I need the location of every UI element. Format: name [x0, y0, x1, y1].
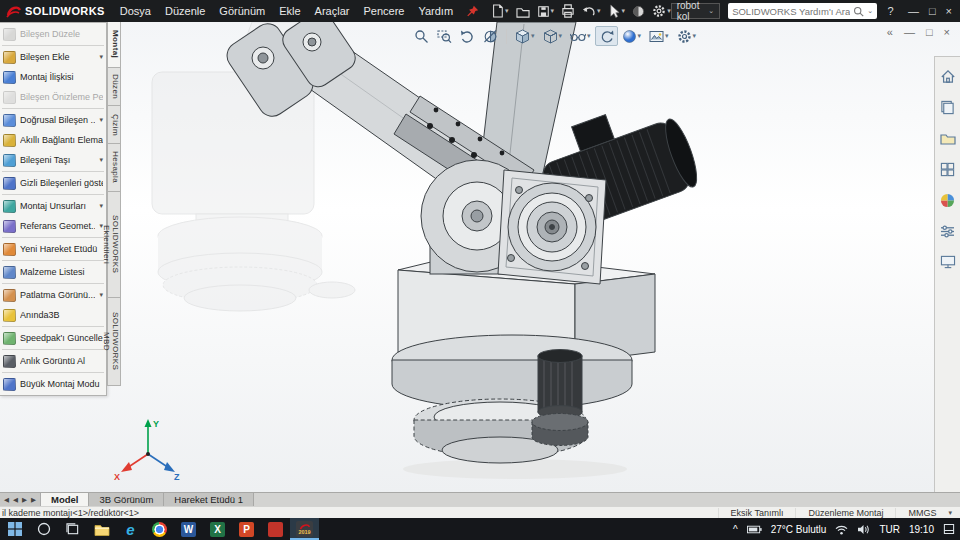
maximize-button[interactable]: □: [929, 5, 936, 17]
menu-araclar[interactable]: Araçlar: [308, 5, 357, 17]
caret-down-icon[interactable]: ▾: [99, 291, 103, 299]
edit-appearance-button[interactable]: ▾: [618, 26, 646, 46]
previous-view-button[interactable]: [456, 26, 479, 46]
tab-scroll-first-button[interactable]: ◀: [3, 496, 10, 504]
caret-down-icon[interactable]: ▾: [597, 7, 601, 15]
new-motion-study-button[interactable]: Yeni Hareket Etüdü: [0, 239, 106, 259]
tab-hesapla[interactable]: Hesapla: [107, 144, 121, 192]
edge-taskbar-icon[interactable]: e: [116, 518, 145, 540]
view-orientation-button[interactable]: ▾: [511, 26, 539, 46]
language-indicator[interactable]: TUR: [879, 524, 900, 535]
caret-down-icon[interactable]: ▾: [551, 7, 555, 15]
start-button[interactable]: [0, 518, 29, 540]
search-scope-combo[interactable]: robot kol ⌄: [671, 3, 721, 19]
save-button[interactable]: ▾: [537, 5, 555, 18]
take-snapshot-button[interactable]: Anlık Görüntü Al: [0, 351, 106, 371]
tray-expand-icon[interactable]: ^: [733, 524, 738, 535]
menu-ekle[interactable]: Ekle: [272, 5, 307, 17]
volume-icon[interactable]: [857, 524, 870, 535]
exploded-view-button[interactable]: Patlatma Görünü... ▾: [0, 285, 106, 305]
tab-scroll-prev-button[interactable]: ◀: [12, 496, 19, 504]
move-component-button[interactable]: Bileşeni Taşı ▾: [0, 150, 106, 170]
bill-of-materials-button[interactable]: Malzeme Listesi: [0, 262, 106, 282]
excel-taskbar-icon[interactable]: X: [203, 518, 232, 540]
collapse-toolbar-button[interactable]: «: [887, 26, 893, 38]
tab-scroll-last-button[interactable]: ▶: [30, 496, 37, 504]
view-palette-icon[interactable]: [938, 160, 958, 178]
help-button[interactable]: ?: [885, 5, 896, 17]
menu-yardim[interactable]: Yardım: [411, 5, 460, 17]
menu-dosya[interactable]: Dosya: [113, 5, 158, 17]
task-view-button[interactable]: [58, 518, 87, 540]
design-library-icon[interactable]: [938, 98, 958, 116]
caret-down-icon[interactable]: ▾: [99, 156, 103, 164]
search-icon[interactable]: [853, 6, 864, 17]
caret-down-icon[interactable]: ▾: [587, 32, 591, 40]
status-units[interactable]: MMGS: [895, 508, 948, 518]
help-search-input[interactable]: [732, 6, 850, 17]
open-document-button[interactable]: [516, 5, 530, 18]
caret-down-icon[interactable]: ⌄: [708, 7, 714, 15]
file-explorer-icon[interactable]: [938, 129, 958, 147]
sphere-tool-icon[interactable]: [632, 5, 645, 18]
caret-down-icon[interactable]: ▾: [99, 116, 103, 124]
solidworks-forum-icon[interactable]: [938, 253, 958, 271]
apply-scene-button[interactable]: ▾: [645, 26, 673, 46]
options-gear-button[interactable]: ▾: [652, 4, 671, 18]
menu-pencere[interactable]: Pencere: [356, 5, 411, 17]
help-search-box[interactable]: ⌄: [728, 3, 877, 19]
undo-button[interactable]: ▾: [582, 4, 601, 18]
model-viewport[interactable]: Y X Z: [0, 22, 960, 492]
doc-restore-button[interactable]: □: [926, 26, 933, 38]
menu-gorunum[interactable]: Görünüm: [212, 5, 272, 17]
caret-down-icon[interactable]: ▾: [948, 509, 958, 517]
powerpoint-taskbar-icon[interactable]: P: [232, 518, 261, 540]
taskbar-search-button[interactable]: [29, 518, 58, 540]
print-button[interactable]: [561, 4, 575, 18]
section-view-button[interactable]: [479, 26, 502, 46]
caret-down-icon[interactable]: ⌄: [867, 7, 873, 15]
caret-down-icon[interactable]: ▾: [665, 32, 669, 40]
clock[interactable]: 19:10: [909, 524, 934, 535]
mate-button[interactable]: Montaj İlişkisi: [0, 67, 106, 87]
chrome-taskbar-icon[interactable]: [145, 518, 174, 540]
caret-down-icon[interactable]: ▾: [693, 32, 697, 40]
zoom-to-area-button[interactable]: [433, 26, 456, 46]
tab-scroll-next-button[interactable]: ▶: [21, 496, 28, 504]
zoom-to-fit-button[interactable]: [410, 26, 433, 46]
linear-pattern-button[interactable]: Doğrusal Bileşen ... ▾: [0, 110, 106, 130]
smart-fasteners-button[interactable]: Akıllı Bağlantı Elema...: [0, 130, 106, 150]
red-app-taskbar-icon[interactable]: [261, 518, 290, 540]
doc-minimize-button[interactable]: —: [904, 26, 915, 38]
insert-component-button[interactable]: Bileşen Ekle ▾: [0, 47, 106, 67]
caret-down-icon[interactable]: ▾: [99, 53, 103, 61]
instant3d-button[interactable]: Anında3B: [0, 305, 106, 325]
word-taskbar-icon[interactable]: W: [174, 518, 203, 540]
tab-solidworks-mbd[interactable]: SOLIDWORKS MBD: [107, 298, 121, 386]
show-hidden-components-button[interactable]: Gizli Bileşenleri göster: [0, 173, 106, 193]
view-settings-button[interactable]: ▾: [673, 26, 701, 46]
caret-down-icon[interactable]: ▾: [559, 32, 563, 40]
reference-geometry-button[interactable]: Referans Geomet... ▾: [0, 216, 106, 236]
solidworks-taskbar-icon[interactable]: 2019: [290, 518, 319, 540]
tab-duzen[interactable]: Düzen: [107, 68, 121, 106]
home-icon[interactable]: [938, 67, 958, 85]
custom-properties-icon[interactable]: [938, 222, 958, 240]
notification-center-icon[interactable]: [943, 523, 955, 535]
caret-down-icon[interactable]: ▾: [505, 7, 509, 15]
battery-icon[interactable]: [747, 525, 762, 534]
close-button[interactable]: ×: [946, 5, 952, 17]
caret-down-icon[interactable]: ▾: [531, 32, 535, 40]
assembly-features-button[interactable]: Montaj Unsurları ▾: [0, 196, 106, 216]
tab-solidworks-eklentileri[interactable]: SOLIDWORKS Eklentileri: [107, 192, 121, 298]
new-document-button[interactable]: ▾: [491, 4, 509, 18]
large-assembly-mode-button[interactable]: Büyük Montaj Modu: [0, 374, 106, 394]
menu-duzenle[interactable]: Düzenle: [158, 5, 212, 17]
rotate-view-button[interactable]: [595, 26, 618, 46]
update-speedpak-button[interactable]: Speedpak'ı Güncelle: [0, 328, 106, 348]
hide-show-items-button[interactable]: ▾: [566, 26, 595, 46]
weather-widget[interactable]: 27°C Bulutlu: [771, 524, 827, 535]
caret-down-icon[interactable]: ▾: [638, 32, 642, 40]
appearances-icon[interactable]: [938, 191, 958, 209]
tab-motion-study-1[interactable]: Hareket Etüdü 1: [164, 493, 254, 506]
